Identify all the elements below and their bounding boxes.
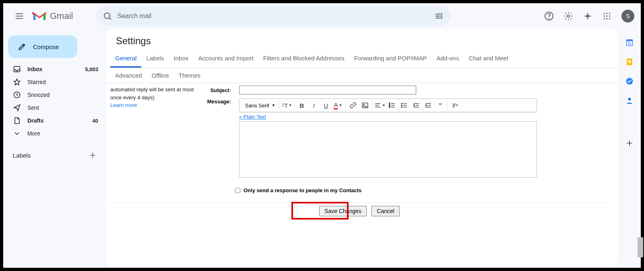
svg-point-5 [549, 18, 549, 19]
apps-button[interactable] [599, 8, 615, 24]
image-button[interactable] [359, 100, 371, 111]
tab-offline[interactable]: Offline [147, 68, 174, 83]
svg-point-0 [104, 13, 110, 18]
sidebar-item-drafts[interactable]: Drafts 40 [3, 114, 103, 127]
pencil-icon [18, 42, 27, 51]
drafts-count: 40 [93, 118, 98, 124]
settings-button[interactable] [560, 8, 576, 24]
tab-filters[interactable]: Filters and Blocked Addresses [258, 50, 349, 68]
svg-point-7 [604, 13, 605, 14]
tab-forwarding[interactable]: Forwarding and POP/IMAP [349, 50, 432, 68]
tasks-app-icon[interactable] [625, 77, 634, 85]
subject-label: Subject: [203, 87, 231, 93]
tab-general[interactable]: General [110, 50, 141, 68]
svg-rect-27 [627, 40, 633, 41]
search-bar[interactable] [96, 6, 450, 26]
font-size-button[interactable]: TT▼ [281, 100, 293, 111]
side-panel: 31 [618, 29, 641, 268]
tab-inbox[interactable]: Inbox [169, 50, 194, 68]
svg-point-19 [363, 104, 364, 105]
bold-button[interactable]: B [296, 100, 308, 111]
sidebar-item-more[interactable]: More [3, 127, 103, 140]
plus-icon [625, 139, 634, 148]
svg-point-15 [609, 18, 610, 19]
numbered-list-button[interactable]: 123 [386, 100, 398, 111]
italic-button[interactable]: I [308, 100, 320, 111]
tab-chat[interactable]: Chat and Meet [464, 50, 513, 68]
only-contacts-checkbox[interactable] [235, 188, 240, 193]
subject-input[interactable] [239, 86, 416, 94]
plain-text-link[interactable]: « Plain Text [239, 114, 537, 120]
add-on-button[interactable] [625, 139, 634, 147]
labels-title: Labels [13, 152, 31, 159]
underline-button[interactable]: U [320, 100, 332, 111]
keep-app-icon[interactable] [625, 58, 634, 66]
compose-label: Compose [33, 43, 59, 50]
main-menu-button[interactable] [10, 6, 29, 26]
svg-text:3: 3 [389, 106, 390, 108]
gmail-logo-icon [32, 10, 47, 22]
product-name: Gmail [50, 11, 73, 21]
remove-format-button[interactable]: T× [450, 100, 461, 111]
inbox-count: 5,003 [85, 66, 98, 72]
indent-more-icon [425, 102, 432, 109]
gmail-logo[interactable]: Gmail [32, 10, 73, 22]
calendar-app-icon[interactable]: 31 [625, 39, 634, 47]
sidebar-item-label: Drafts [27, 117, 43, 124]
sidebar-item-starred[interactable]: Starred [3, 76, 103, 88]
indent-less-button[interactable] [411, 100, 422, 111]
settings-body: automated reply will be sent at most onc… [106, 83, 618, 268]
indent-less-icon [413, 102, 420, 109]
clock-icon [13, 91, 21, 99]
image-icon [361, 102, 369, 109]
inbox-icon [13, 65, 21, 73]
search-options-icon[interactable] [434, 11, 444, 21]
tab-advanced[interactable]: Advanced [110, 68, 147, 83]
tab-addons[interactable]: Add-ons [432, 50, 464, 68]
send-icon [13, 104, 21, 112]
search-input[interactable] [117, 12, 429, 20]
svg-point-3 [436, 15, 438, 17]
sidebar-item-snoozed[interactable]: Snoozed [3, 88, 103, 101]
quote-button[interactable]: ” [435, 100, 446, 111]
svg-point-1 [441, 13, 442, 15]
learn-more-link[interactable]: Learn more [110, 102, 137, 108]
account-avatar[interactable]: S [621, 10, 634, 23]
save-button[interactable]: Save Changes [319, 206, 367, 216]
file-icon [13, 117, 21, 125]
settings-footer: Save Changes Cancel [110, 203, 609, 220]
contacts-app-icon[interactable] [625, 96, 634, 105]
cancel-button[interactable]: Cancel [372, 206, 400, 216]
sidebar: Compose Inbox 5,003 Starred Snoozed Sent [3, 29, 106, 268]
align-button[interactable]: ▼ [374, 100, 386, 111]
svg-text:31: 31 [627, 41, 632, 45]
tab-labels[interactable]: Labels [141, 50, 169, 68]
sidebar-item-sent[interactable]: Sent [3, 101, 103, 114]
font-family-select[interactable]: Sans Serif▼ [243, 103, 278, 109]
sidebar-item-label: Sent [27, 105, 39, 111]
message-editor[interactable] [239, 121, 537, 178]
compose-button[interactable]: Compose [8, 35, 77, 58]
tab-themes[interactable]: Themes [174, 68, 205, 83]
support-button[interactable] [541, 8, 557, 24]
header: Gmail S [3, 3, 641, 29]
text-color-button[interactable]: A▼ [332, 100, 344, 111]
tab-accounts[interactable]: Accounts and Import [193, 50, 258, 68]
svg-point-13 [604, 18, 605, 19]
message-label: Message: [203, 99, 231, 105]
gear-icon [564, 11, 573, 21]
svg-point-23 [401, 103, 402, 104]
numbered-list-icon: 123 [388, 102, 396, 109]
indent-more-button[interactable] [423, 100, 434, 111]
sparkle-icon [583, 11, 592, 21]
link-button[interactable] [347, 100, 359, 111]
bullet-list-button[interactable] [398, 100, 410, 111]
add-label-button[interactable] [87, 150, 98, 161]
gemini-button[interactable] [580, 8, 596, 24]
sidebar-item-inbox[interactable]: Inbox 5,003 [3, 63, 103, 76]
editor-toolbar: Sans Serif▼ TT▼ B I U A▼ [239, 99, 537, 112]
sidebar-item-label: Starred [27, 79, 46, 85]
hamburger-icon [14, 11, 24, 21]
page-title: Settings [106, 29, 618, 50]
star-icon [13, 78, 21, 86]
